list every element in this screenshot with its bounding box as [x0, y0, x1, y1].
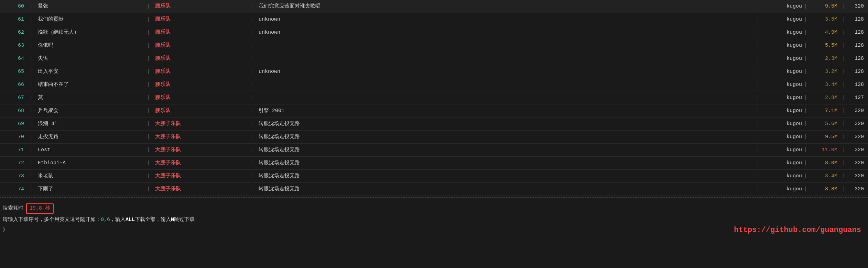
row-num: 71 [0, 146, 28, 154]
row-artist: 大腰子乐队 [152, 172, 248, 180]
row-size: 2.8M [809, 94, 840, 102]
row-source: kugou [761, 133, 802, 141]
row-title: 你饿吗 [35, 42, 145, 50]
row-source: kugou [761, 172, 802, 180]
row-title: 失语 [35, 55, 145, 63]
row-album: 转眼沈场走投无路 [256, 120, 753, 128]
row-bitrate: 128 [847, 15, 868, 24]
row-album: unknown [256, 68, 753, 76]
row-bitrate: 320 [847, 120, 868, 128]
table-row: 64 | 失语 | 腰乐队 | | kugou | 2.3M | 128 [0, 52, 868, 65]
row-num: 64 [0, 55, 28, 63]
row-source: kugou [761, 68, 802, 76]
row-title: 出入平安 [35, 68, 145, 76]
row-num: 62 [0, 29, 28, 37]
table-row: 74 | 下雨了 | 大腰子乐队 | 转眼沈场走投无路 | kugou | 8.… [0, 183, 868, 196]
table-row: 62 | 挽歌（继续无人） | 腰乐队 | unknown | kugou | … [0, 26, 868, 39]
row-artist: 腰乐队 [152, 55, 248, 63]
prompt-mid: ，输入 [110, 217, 126, 223]
row-source: kugou [761, 42, 802, 50]
row-bitrate: 320 [847, 146, 868, 154]
song-table: 60 | 紧张 | 腰乐队 | 我们究竟应该面对谁去歌唱 | kugou | 9… [0, 0, 868, 196]
table-row: 70 | 走投无路 | 大腰子乐队 | 转眼沈场走投无路 | kugou | 9… [0, 131, 868, 144]
row-bitrate: 128 [847, 81, 868, 89]
row-artist: 腰乐队 [152, 94, 248, 102]
row-size: 8.0M [809, 159, 840, 167]
row-artist: 腰乐队 [152, 2, 248, 11]
table-row: 72 | Ethiopi-A | 大腰子乐队 | 转眼沈场走投无路 | kugo… [0, 157, 868, 170]
row-size: 4.9M [809, 29, 840, 37]
row-source: kugou [761, 185, 802, 193]
row-num: 66 [0, 81, 28, 89]
row-num: 68 [0, 107, 28, 115]
row-size: 2.3M [809, 55, 840, 63]
row-source: kugou [761, 107, 802, 115]
table-row: 67 | 莫 | 腰乐队 | | kugou | 2.8M | 127 [0, 91, 868, 104]
row-size: 3.5M [809, 15, 840, 24]
table-divider [0, 199, 868, 199]
row-album: unknown [256, 29, 753, 37]
row-bitrate: 128 [847, 68, 868, 76]
row-artist: 腰乐队 [152, 81, 248, 89]
row-artist: 腰乐队 [152, 29, 248, 37]
row-album: unknown [256, 15, 753, 24]
prompt-all: ALL [126, 217, 135, 223]
row-artist: 腰乐队 [152, 15, 248, 24]
row-size: 3.4M [809, 81, 840, 89]
row-num: 74 [0, 185, 28, 193]
prompt-n: N [171, 217, 174, 223]
table-row: 61 | 我们的贡献 | 腰乐队 | unknown | kugou | 3.5… [0, 13, 868, 26]
row-title: 乒乓聚会 [35, 107, 145, 115]
row-source: kugou [761, 81, 802, 89]
prompt-suffix: 跳过下载 [174, 217, 195, 223]
row-title: 下雨了 [35, 185, 145, 193]
row-artist: 大腰子乐队 [152, 146, 248, 154]
prompt-prefix: 请输入下载序号，多个用英文逗号隔开如： [3, 217, 101, 223]
row-source: kugou [761, 159, 802, 167]
row-bitrate: 320 [847, 159, 868, 167]
table-row: 73 | 米老鼠 | 大腰子乐队 | 转眼沈场走投无路 | kugou | 3.… [0, 170, 868, 183]
table-row: 60 | 紧张 | 腰乐队 | 我们究竟应该面对谁去歌唱 | kugou | 9… [0, 0, 868, 13]
row-album [256, 55, 753, 63]
row-artist: 腰乐队 [152, 42, 248, 50]
row-source: kugou [761, 29, 802, 37]
row-num: 60 [0, 2, 28, 11]
row-size: 8.8M [809, 185, 840, 193]
row-title: Lost [35, 146, 145, 154]
row-size: 11.0M [809, 146, 840, 154]
row-album: 引擎 2001 [256, 107, 753, 115]
row-size: 9.5M [809, 2, 840, 11]
row-title: 挽歌（继续无人） [35, 29, 145, 37]
row-bitrate: 320 [847, 185, 868, 193]
cursor-symbol: 》 [3, 227, 8, 233]
row-album: 转眼沈场走投无路 [256, 133, 753, 141]
row-bitrate: 320 [847, 2, 868, 11]
row-artist: 腰乐队 [152, 68, 248, 76]
row-title: 走投无路 [35, 133, 145, 141]
row-title: 紧张 [35, 2, 145, 11]
row-num: 73 [0, 172, 28, 180]
watermark-link: https://github.com/guanguans [734, 224, 868, 236]
row-bitrate: 128 [847, 55, 868, 63]
row-title: Ethiopi-A [35, 159, 145, 167]
row-source: kugou [761, 55, 802, 63]
row-artist: 腰乐队 [152, 107, 248, 115]
row-size: 5.5M [809, 42, 840, 50]
row-size: 9.5M [809, 133, 840, 141]
row-bitrate: 128 [847, 42, 868, 50]
table-row: 71 | Lost | 大腰子乐队 | 转眼沈场走投无路 | kugou | 1… [0, 144, 868, 157]
row-artist: 大腰子乐队 [152, 120, 248, 128]
row-artist: 大腰子乐队 [152, 159, 248, 167]
row-size: 3.2M [809, 68, 840, 76]
row-source: kugou [761, 2, 802, 11]
row-source: kugou [761, 94, 802, 102]
row-num: 65 [0, 68, 28, 76]
row-num: 69 [0, 120, 28, 128]
row-source: kugou [761, 15, 802, 24]
row-num: 61 [0, 15, 28, 24]
row-album: 转眼沈场走投无路 [256, 146, 753, 154]
table-row: 63 | 你饿吗 | 腰乐队 | | kugou | 5.5M | 128 [0, 39, 868, 52]
row-title: 我们的贡献 [35, 15, 145, 24]
row-title: 莫 [35, 94, 145, 102]
search-time-value: 19.8 秒 [26, 203, 54, 214]
